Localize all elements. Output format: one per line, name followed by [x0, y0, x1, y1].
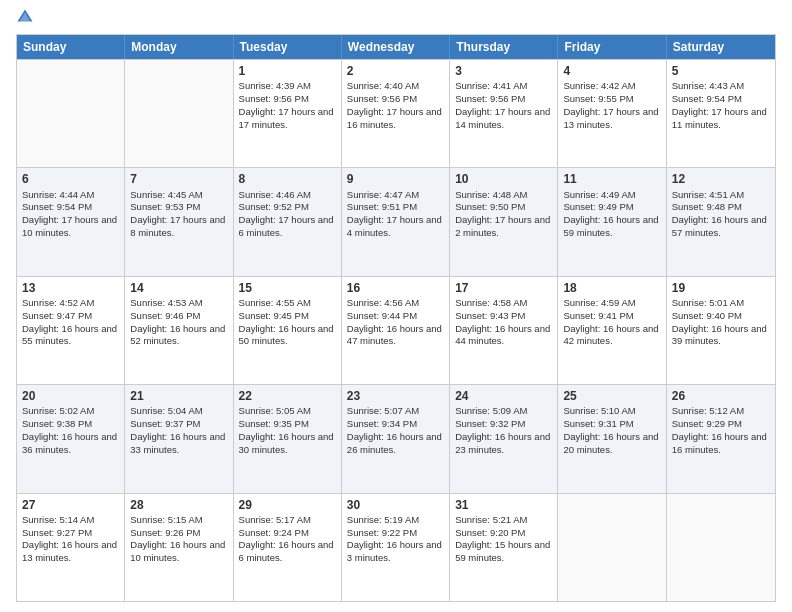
calendar-cell: 31Sunrise: 5:21 AM Sunset: 9:20 PM Dayli…: [450, 494, 558, 601]
day-info: Sunrise: 5:05 AM Sunset: 9:35 PM Dayligh…: [239, 405, 334, 454]
calendar-cell: 28Sunrise: 5:15 AM Sunset: 9:26 PM Dayli…: [125, 494, 233, 601]
day-info: Sunrise: 4:47 AM Sunset: 9:51 PM Dayligh…: [347, 189, 442, 238]
calendar-row: 27Sunrise: 5:14 AM Sunset: 9:27 PM Dayli…: [17, 493, 775, 601]
day-number: 28: [130, 497, 227, 513]
day-number: 10: [455, 171, 552, 187]
calendar-header-cell: Thursday: [450, 35, 558, 59]
day-number: 27: [22, 497, 119, 513]
day-info: Sunrise: 5:21 AM Sunset: 9:20 PM Dayligh…: [455, 514, 550, 563]
day-number: 30: [347, 497, 444, 513]
day-number: 24: [455, 388, 552, 404]
day-info: Sunrise: 4:53 AM Sunset: 9:46 PM Dayligh…: [130, 297, 225, 346]
calendar-cell: [17, 60, 125, 167]
day-number: 6: [22, 171, 119, 187]
day-info: Sunrise: 5:04 AM Sunset: 9:37 PM Dayligh…: [130, 405, 225, 454]
day-number: 11: [563, 171, 660, 187]
calendar-cell: 9Sunrise: 4:47 AM Sunset: 9:51 PM Daylig…: [342, 168, 450, 275]
header: [16, 12, 776, 26]
day-number: 29: [239, 497, 336, 513]
calendar-cell: 17Sunrise: 4:58 AM Sunset: 9:43 PM Dayli…: [450, 277, 558, 384]
calendar-cell: 14Sunrise: 4:53 AM Sunset: 9:46 PM Dayli…: [125, 277, 233, 384]
day-number: 5: [672, 63, 770, 79]
day-number: 15: [239, 280, 336, 296]
day-info: Sunrise: 5:14 AM Sunset: 9:27 PM Dayligh…: [22, 514, 117, 563]
calendar-cell: 29Sunrise: 5:17 AM Sunset: 9:24 PM Dayli…: [234, 494, 342, 601]
day-info: Sunrise: 5:15 AM Sunset: 9:26 PM Dayligh…: [130, 514, 225, 563]
day-info: Sunrise: 4:43 AM Sunset: 9:54 PM Dayligh…: [672, 80, 767, 129]
day-number: 14: [130, 280, 227, 296]
day-info: Sunrise: 4:49 AM Sunset: 9:49 PM Dayligh…: [563, 189, 658, 238]
day-info: Sunrise: 4:42 AM Sunset: 9:55 PM Dayligh…: [563, 80, 658, 129]
calendar-cell: 23Sunrise: 5:07 AM Sunset: 9:34 PM Dayli…: [342, 385, 450, 492]
day-number: 4: [563, 63, 660, 79]
day-info: Sunrise: 4:52 AM Sunset: 9:47 PM Dayligh…: [22, 297, 117, 346]
day-number: 26: [672, 388, 770, 404]
calendar-cell: [667, 494, 775, 601]
calendar-cell: 16Sunrise: 4:56 AM Sunset: 9:44 PM Dayli…: [342, 277, 450, 384]
calendar-cell: 1Sunrise: 4:39 AM Sunset: 9:56 PM Daylig…: [234, 60, 342, 167]
calendar-header-cell: Saturday: [667, 35, 775, 59]
calendar-cell: [125, 60, 233, 167]
calendar-cell: 20Sunrise: 5:02 AM Sunset: 9:38 PM Dayli…: [17, 385, 125, 492]
calendar-cell: 2Sunrise: 4:40 AM Sunset: 9:56 PM Daylig…: [342, 60, 450, 167]
calendar-cell: 5Sunrise: 4:43 AM Sunset: 9:54 PM Daylig…: [667, 60, 775, 167]
calendar-cell: 26Sunrise: 5:12 AM Sunset: 9:29 PM Dayli…: [667, 385, 775, 492]
calendar-cell: 15Sunrise: 4:55 AM Sunset: 9:45 PM Dayli…: [234, 277, 342, 384]
calendar-header-cell: Friday: [558, 35, 666, 59]
day-info: Sunrise: 4:51 AM Sunset: 9:48 PM Dayligh…: [672, 189, 767, 238]
day-info: Sunrise: 4:48 AM Sunset: 9:50 PM Dayligh…: [455, 189, 550, 238]
day-info: Sunrise: 4:39 AM Sunset: 9:56 PM Dayligh…: [239, 80, 334, 129]
calendar: SundayMondayTuesdayWednesdayThursdayFrid…: [16, 34, 776, 602]
calendar-cell: 19Sunrise: 5:01 AM Sunset: 9:40 PM Dayli…: [667, 277, 775, 384]
calendar-cell: 30Sunrise: 5:19 AM Sunset: 9:22 PM Dayli…: [342, 494, 450, 601]
calendar-cell: 22Sunrise: 5:05 AM Sunset: 9:35 PM Dayli…: [234, 385, 342, 492]
page: SundayMondayTuesdayWednesdayThursdayFrid…: [0, 0, 792, 612]
day-info: Sunrise: 4:44 AM Sunset: 9:54 PM Dayligh…: [22, 189, 117, 238]
calendar-cell: 27Sunrise: 5:14 AM Sunset: 9:27 PM Dayli…: [17, 494, 125, 601]
calendar-cell: 11Sunrise: 4:49 AM Sunset: 9:49 PM Dayli…: [558, 168, 666, 275]
logo-icon: [16, 8, 34, 26]
day-info: Sunrise: 4:41 AM Sunset: 9:56 PM Dayligh…: [455, 80, 550, 129]
day-info: Sunrise: 4:40 AM Sunset: 9:56 PM Dayligh…: [347, 80, 442, 129]
day-number: 7: [130, 171, 227, 187]
calendar-row: 1Sunrise: 4:39 AM Sunset: 9:56 PM Daylig…: [17, 59, 775, 167]
day-info: Sunrise: 4:45 AM Sunset: 9:53 PM Dayligh…: [130, 189, 225, 238]
day-info: Sunrise: 5:10 AM Sunset: 9:31 PM Dayligh…: [563, 405, 658, 454]
day-number: 8: [239, 171, 336, 187]
day-number: 31: [455, 497, 552, 513]
day-info: Sunrise: 4:55 AM Sunset: 9:45 PM Dayligh…: [239, 297, 334, 346]
day-number: 1: [239, 63, 336, 79]
day-info: Sunrise: 4:59 AM Sunset: 9:41 PM Dayligh…: [563, 297, 658, 346]
day-number: 23: [347, 388, 444, 404]
calendar-header-cell: Wednesday: [342, 35, 450, 59]
day-number: 19: [672, 280, 770, 296]
calendar-header-cell: Monday: [125, 35, 233, 59]
day-info: Sunrise: 4:46 AM Sunset: 9:52 PM Dayligh…: [239, 189, 334, 238]
day-info: Sunrise: 5:12 AM Sunset: 9:29 PM Dayligh…: [672, 405, 767, 454]
day-number: 17: [455, 280, 552, 296]
calendar-row: 6Sunrise: 4:44 AM Sunset: 9:54 PM Daylig…: [17, 167, 775, 275]
calendar-cell: 12Sunrise: 4:51 AM Sunset: 9:48 PM Dayli…: [667, 168, 775, 275]
day-number: 16: [347, 280, 444, 296]
day-info: Sunrise: 5:19 AM Sunset: 9:22 PM Dayligh…: [347, 514, 442, 563]
day-info: Sunrise: 5:07 AM Sunset: 9:34 PM Dayligh…: [347, 405, 442, 454]
day-info: Sunrise: 5:02 AM Sunset: 9:38 PM Dayligh…: [22, 405, 117, 454]
calendar-row: 13Sunrise: 4:52 AM Sunset: 9:47 PM Dayli…: [17, 276, 775, 384]
calendar-cell: 6Sunrise: 4:44 AM Sunset: 9:54 PM Daylig…: [17, 168, 125, 275]
day-info: Sunrise: 4:58 AM Sunset: 9:43 PM Dayligh…: [455, 297, 550, 346]
calendar-cell: 10Sunrise: 4:48 AM Sunset: 9:50 PM Dayli…: [450, 168, 558, 275]
day-number: 25: [563, 388, 660, 404]
day-number: 2: [347, 63, 444, 79]
calendar-row: 20Sunrise: 5:02 AM Sunset: 9:38 PM Dayli…: [17, 384, 775, 492]
calendar-body: 1Sunrise: 4:39 AM Sunset: 9:56 PM Daylig…: [17, 59, 775, 601]
day-number: 18: [563, 280, 660, 296]
calendar-cell: 3Sunrise: 4:41 AM Sunset: 9:56 PM Daylig…: [450, 60, 558, 167]
calendar-cell: 7Sunrise: 4:45 AM Sunset: 9:53 PM Daylig…: [125, 168, 233, 275]
day-number: 22: [239, 388, 336, 404]
day-number: 9: [347, 171, 444, 187]
calendar-header-cell: Sunday: [17, 35, 125, 59]
calendar-header-row: SundayMondayTuesdayWednesdayThursdayFrid…: [17, 35, 775, 59]
day-number: 13: [22, 280, 119, 296]
calendar-cell: 13Sunrise: 4:52 AM Sunset: 9:47 PM Dayli…: [17, 277, 125, 384]
day-info: Sunrise: 4:56 AM Sunset: 9:44 PM Dayligh…: [347, 297, 442, 346]
